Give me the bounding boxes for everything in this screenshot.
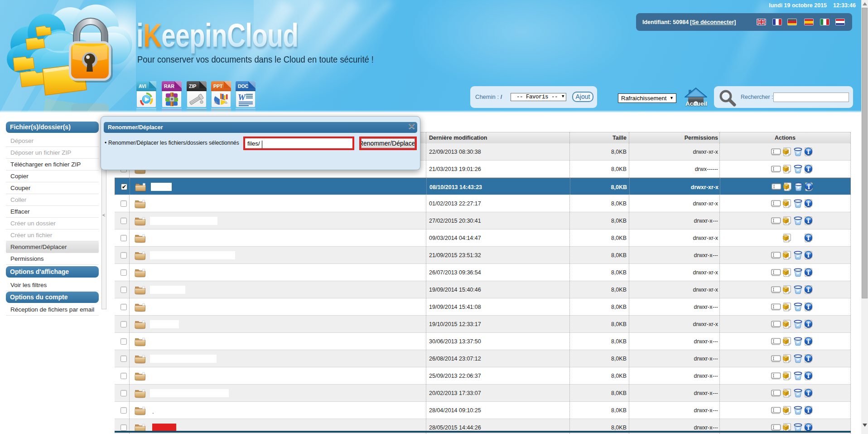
svg-text:W: W <box>238 93 246 102</box>
